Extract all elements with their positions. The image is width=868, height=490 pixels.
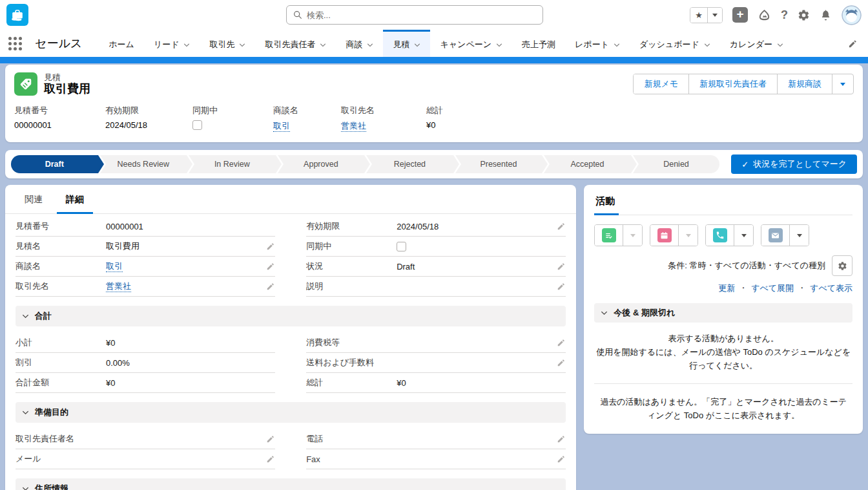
field-label: 割引	[16, 357, 106, 368]
theme-banner	[0, 57, 868, 63]
new-event-button[interactable]	[650, 225, 678, 246]
syncing-checkbox[interactable]	[397, 242, 406, 251]
global-actions-button[interactable]: +	[732, 7, 748, 23]
chevron-down-icon	[777, 42, 783, 48]
trailhead-guidance-button[interactable]	[758, 8, 771, 22]
help-button[interactable]: ?	[781, 8, 788, 22]
email-dropdown-button[interactable]	[789, 225, 809, 246]
nav-tab-leads[interactable]: リード	[144, 30, 200, 57]
nav-tab-forecasts[interactable]: 売上予測	[512, 30, 565, 57]
new-opportunity-button[interactable]: 新規商談	[777, 74, 832, 94]
nav-tab-campaigns[interactable]: キャンペーン	[430, 30, 512, 57]
caret-down-icon	[630, 234, 636, 237]
opportunity-link[interactable]: 取引	[273, 121, 290, 132]
upcoming-overdue-section-header[interactable]: 今後 & 期限切れ	[594, 303, 852, 323]
edit-pencil-icon[interactable]	[265, 282, 275, 291]
field-row-fax: Fax	[306, 449, 566, 469]
caret-down-icon	[797, 234, 802, 237]
nav-tab-reports[interactable]: レポート	[565, 30, 630, 57]
refresh-link[interactable]: 更新	[718, 282, 735, 294]
favorite-star-button[interactable]: ★	[690, 8, 707, 23]
mark-status-complete-button[interactable]: ✓ 状況を完了としてマーク	[731, 154, 857, 174]
event-dropdown-button[interactable]	[678, 225, 698, 246]
check-icon: ✓	[741, 160, 749, 169]
edit-pencil-icon[interactable]	[555, 282, 566, 291]
nav-tab-opportunities[interactable]: 商談	[336, 30, 383, 57]
field-label: 送料および手数料	[306, 357, 397, 368]
search-input[interactable]	[307, 10, 536, 20]
field-label: 取引先責任者名	[16, 433, 106, 445]
setup-gear-button[interactable]	[798, 9, 810, 21]
path-step-denied[interactable]: Denied	[633, 155, 720, 173]
section-header-address-information[interactable]: 住所情報	[16, 478, 566, 490]
highlight-field: 同期中	[192, 105, 273, 132]
phone-icon	[713, 228, 727, 242]
activity-settings-button[interactable]	[832, 255, 852, 276]
account-link[interactable]: 営業社	[341, 121, 366, 132]
email-button-group	[761, 224, 809, 246]
send-email-button[interactable]	[761, 225, 789, 246]
field-row-account: 取引先名 営業社	[16, 277, 275, 297]
event-calendar-icon	[657, 228, 672, 242]
nav-tab-accounts[interactable]: 取引先	[200, 30, 255, 57]
new-task-button[interactable]	[595, 225, 623, 246]
field-label: 見積名	[16, 240, 106, 252]
nav-tab-contacts[interactable]: 取引先責任者	[255, 30, 336, 57]
account-link[interactable]: 営業社	[106, 281, 131, 292]
edit-pencil-icon[interactable]	[265, 454, 275, 463]
path-step-accepted[interactable]: Accepted	[544, 155, 631, 173]
path-step-draft[interactable]: Draft	[11, 155, 98, 173]
new-note-button[interactable]: 新規メモ	[634, 74, 688, 94]
section-header-totals[interactable]: 合計	[16, 306, 566, 326]
edit-pencil-icon[interactable]	[555, 434, 566, 443]
tab-activity[interactable]: 活動	[594, 194, 619, 215]
field-value: 2024/05/18	[105, 120, 192, 130]
activity-filter-text: 条件: 常時・すべての活動・すべての種別	[668, 260, 825, 272]
waffle-icon	[8, 37, 22, 50]
expand-all-link[interactable]: すべて展開	[751, 282, 794, 294]
path-step-needs-review[interactable]: Needs Review	[100, 155, 187, 173]
path-step-presented[interactable]: Presented	[455, 155, 542, 173]
edit-pencil-icon[interactable]	[265, 242, 275, 251]
edit-pencil-icon[interactable]	[555, 454, 566, 463]
section-header-prepared-for[interactable]: 準備目的	[16, 402, 566, 423]
chevron-down-icon	[22, 485, 29, 490]
log-a-call-button-group	[705, 224, 754, 246]
app-launcher-button[interactable]	[0, 30, 30, 57]
nav-tab-home[interactable]: ホーム	[99, 30, 144, 57]
syncing-checkbox[interactable]	[192, 120, 202, 130]
caret-down-icon	[686, 234, 691, 237]
edit-pencil-icon[interactable]	[265, 262, 275, 271]
highlight-field: 見積番号 00000001	[14, 105, 105, 132]
chevron-down-icon	[601, 310, 608, 317]
nav-tab-calendar[interactable]: カレンダー	[720, 30, 793, 57]
opportunity-link[interactable]: 取引	[106, 261, 123, 272]
favorites-dropdown-button[interactable]	[707, 8, 722, 23]
highlight-field: 商談名 取引	[273, 105, 341, 132]
edit-pencil-icon[interactable]	[555, 262, 566, 271]
notifications-bell-button[interactable]	[820, 9, 832, 21]
task-dropdown-button[interactable]	[623, 225, 642, 246]
record-actions-group: 新規メモ 新規取引先責任者 新規商談	[633, 74, 854, 94]
global-search[interactable]	[286, 5, 543, 25]
new-contact-button[interactable]: 新規取引先責任者	[688, 74, 777, 94]
nav-tab-quotes[interactable]: 見積	[383, 30, 430, 57]
path-step-approved[interactable]: Approved	[278, 155, 365, 173]
path-step-in-review[interactable]: In Review	[189, 155, 276, 173]
call-dropdown-button[interactable]	[734, 225, 753, 246]
path-step-rejected[interactable]: Rejected	[366, 155, 453, 173]
nav-tab-dashboards[interactable]: ダッシュボード	[630, 30, 720, 57]
edit-navigation-pencil-button[interactable]	[838, 30, 868, 57]
log-a-call-button[interactable]	[706, 225, 734, 246]
user-avatar[interactable]	[842, 5, 862, 25]
edit-pencil-icon[interactable]	[265, 434, 275, 443]
more-actions-dropdown-button[interactable]	[832, 74, 853, 94]
edit-pencil-icon[interactable]	[555, 358, 566, 367]
view-all-link[interactable]: すべて表示	[810, 282, 852, 294]
gear-icon	[838, 261, 847, 271]
edit-pencil-icon[interactable]	[555, 222, 566, 231]
tab-related[interactable]: 関連	[16, 185, 52, 214]
field-value: 2024/05/18	[397, 222, 555, 231]
tab-details[interactable]: 詳細	[57, 185, 93, 214]
edit-pencil-icon[interactable]	[555, 338, 566, 347]
